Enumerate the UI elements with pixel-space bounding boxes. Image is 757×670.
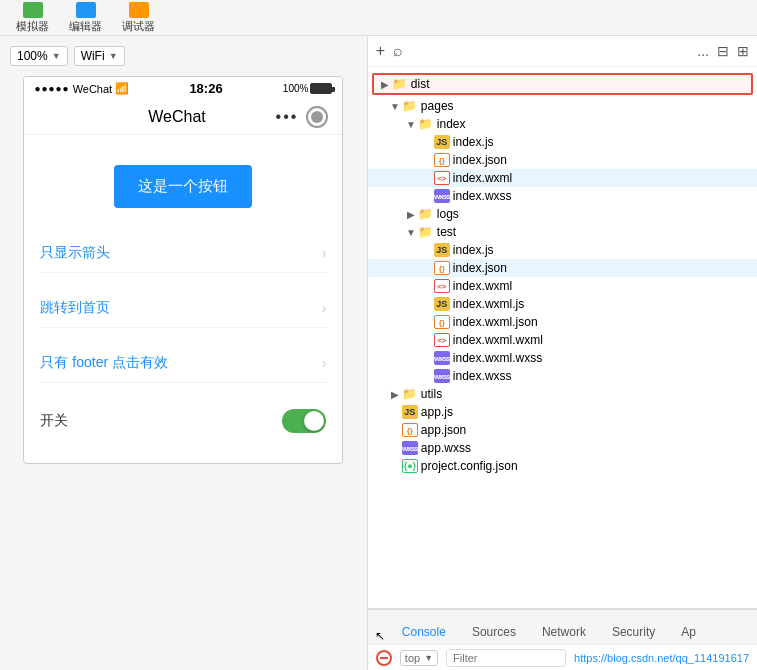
- index-js-file[interactable]: JS index.js: [368, 133, 757, 151]
- pages-folder[interactable]: ▼ 📁 pages: [368, 97, 757, 115]
- app-wxss-file[interactable]: wxss app.wxss: [368, 439, 757, 457]
- test-icon: 📁: [418, 225, 434, 239]
- tab-security[interactable]: Security: [600, 620, 667, 646]
- app-json-file[interactable]: {} app.json: [368, 421, 757, 439]
- test-folder[interactable]: ▼ 📁 test: [368, 223, 757, 241]
- devtools-tabs: ↖ Console Sources Network Security Ap: [368, 608, 757, 644]
- battery: 100%: [283, 83, 333, 94]
- index-folder-label: index: [437, 117, 466, 131]
- logs-folder[interactable]: ▶ 📁 logs: [368, 205, 757, 223]
- test-wxml-wxml-label: index.wxml.wxml: [453, 333, 543, 347]
- tab-app[interactable]: Ap: [669, 620, 708, 646]
- index-wxml-label: index.wxml: [453, 171, 512, 185]
- test-index-js[interactable]: JS index.js: [368, 241, 757, 259]
- test-index-json[interactable]: {} index.json: [368, 259, 757, 277]
- simulator-btn[interactable]: 模拟器: [8, 0, 57, 36]
- index-folder[interactable]: ▼ 📁 index: [368, 115, 757, 133]
- app-json-label: app.json: [421, 423, 466, 437]
- collapse-icon[interactable]: ⊞: [737, 43, 749, 59]
- tab-sources[interactable]: Sources: [460, 620, 528, 646]
- editor-icon: [76, 2, 96, 18]
- index-wxss-label: index.wxss: [453, 189, 512, 203]
- js-icon: JS: [434, 135, 450, 149]
- search-icon[interactable]: ⌕: [393, 42, 403, 60]
- no-entry-icon[interactable]: [376, 650, 392, 666]
- zoom-select[interactable]: 100% ▼: [10, 46, 68, 66]
- pages-icon: 📁: [402, 99, 418, 113]
- test-index-wxml[interactable]: <> index.wxml: [368, 277, 757, 295]
- phone-titlebar: WeChat •••: [24, 100, 342, 135]
- test-label: test: [437, 225, 456, 239]
- index-json-file[interactable]: {} index.json: [368, 151, 757, 169]
- toggle-label: 开关: [40, 412, 68, 430]
- logs-label: logs: [437, 207, 459, 221]
- filter-input[interactable]: [446, 649, 566, 667]
- app-js-file[interactable]: JS app.js: [368, 403, 757, 421]
- file-tree-toolbar: + ⌕ ... ⊟ ⊞: [368, 36, 757, 67]
- test-index-wxss[interactable]: wxss index.wxss: [368, 367, 757, 385]
- dist-folder-row[interactable]: ▶ 📁 dist: [372, 73, 753, 95]
- cursor-icon[interactable]: ↖: [372, 628, 388, 644]
- arrow-icon-1: ›: [322, 245, 327, 261]
- app-js-label: app.js: [421, 405, 453, 419]
- dist-arrow: ▶: [378, 79, 392, 90]
- test-index-wxml-js[interactable]: JS index.wxml.js: [368, 295, 757, 313]
- list-item-arrows[interactable]: 只显示箭头 ›: [40, 234, 326, 273]
- utils-icon: 📁: [402, 387, 418, 401]
- js-icon3: JS: [434, 297, 450, 311]
- utils-label: utils: [421, 387, 442, 401]
- second-toolbar: 100% ▼ WiFi ▼: [10, 46, 357, 66]
- zoom-chevron: ▼: [52, 51, 61, 61]
- index-folder-icon: 📁: [418, 117, 434, 131]
- config-icon: {●}: [402, 459, 418, 473]
- add-button[interactable]: +: [376, 42, 385, 60]
- main-area: 100% ▼ WiFi ▼ ●●●●● WeChat 📶 18:26 100%: [0, 36, 757, 670]
- index-wxss-file[interactable]: wxss index.wxss: [368, 187, 757, 205]
- debugger-btn[interactable]: 调试器: [114, 0, 163, 36]
- tab-network[interactable]: Network: [530, 620, 598, 646]
- context-select[interactable]: top ▼: [400, 650, 438, 666]
- json-icon2: {}: [434, 261, 450, 275]
- toggle-switch[interactable]: [282, 409, 326, 433]
- test-index-wxml-json-label: index.wxml.json: [453, 315, 538, 329]
- tab-console[interactable]: Console: [390, 620, 458, 646]
- url-display: https://blog.csdn.net/qq_114191617: [574, 652, 749, 664]
- network-select[interactable]: WiFi ▼: [74, 46, 125, 66]
- record-dot: [311, 111, 323, 123]
- split-icon[interactable]: ⊟: [717, 43, 729, 59]
- list-item-footer[interactable]: 只有 footer 点击有效 ›: [40, 344, 326, 383]
- file-tree: ▶ 📁 dist ▼ 📁 pages ▼ 📁 index: [368, 67, 757, 608]
- app-wxss-icon: wxss: [402, 441, 418, 455]
- project-config-file[interactable]: {●} project.config.json: [368, 457, 757, 475]
- wxml-icon2: <>: [434, 279, 450, 293]
- utils-folder[interactable]: ▶ 📁 utils: [368, 385, 757, 403]
- wifi-icon: 📶: [115, 82, 129, 95]
- editor-label: 编辑器: [69, 19, 102, 34]
- signal-dots: ●●●●●: [34, 83, 69, 94]
- test-index-wxml-json[interactable]: {} index.wxml.json: [368, 313, 757, 331]
- top-label: top: [405, 652, 420, 664]
- primary-button[interactable]: 这是一个按钮: [114, 165, 252, 208]
- debugger-icon: [129, 2, 149, 18]
- test-index-wxml-wxss[interactable]: wxss index.wxml.wxss: [368, 349, 757, 367]
- logs-icon: 📁: [418, 207, 434, 221]
- wxml-icon: <>: [434, 171, 450, 185]
- app-wxss-label: app.wxss: [421, 441, 471, 455]
- test-index-wxml-wxml[interactable]: <> index.wxml.wxml: [368, 331, 757, 349]
- index-wxml-file[interactable]: <> index.wxml: [368, 169, 757, 187]
- project-config-label: project.config.json: [421, 459, 518, 473]
- simulator-label: 模拟器: [16, 19, 49, 34]
- arrow-icon-3: ›: [322, 355, 327, 371]
- editor-btn[interactable]: 编辑器: [61, 0, 110, 36]
- phone-menu-dots[interactable]: •••: [276, 108, 299, 126]
- record-button[interactable]: [306, 106, 328, 128]
- app-js-icon: JS: [402, 405, 418, 419]
- left-panel: 100% ▼ WiFi ▼ ●●●●● WeChat 📶 18:26 100%: [0, 36, 368, 670]
- test-index-json-label: index.json: [453, 261, 507, 275]
- right-panel: + ⌕ ... ⊟ ⊞ ▶ 📁 dist ▼ 📁 pages: [368, 36, 757, 670]
- more-icon[interactable]: ...: [697, 43, 709, 59]
- wxml-icon3: <>: [434, 333, 450, 347]
- list-item-home[interactable]: 跳转到首页 ›: [40, 289, 326, 328]
- battery-bar: [310, 83, 332, 94]
- phone-statusbar: ●●●●● WeChat 📶 18:26 100%: [24, 77, 342, 100]
